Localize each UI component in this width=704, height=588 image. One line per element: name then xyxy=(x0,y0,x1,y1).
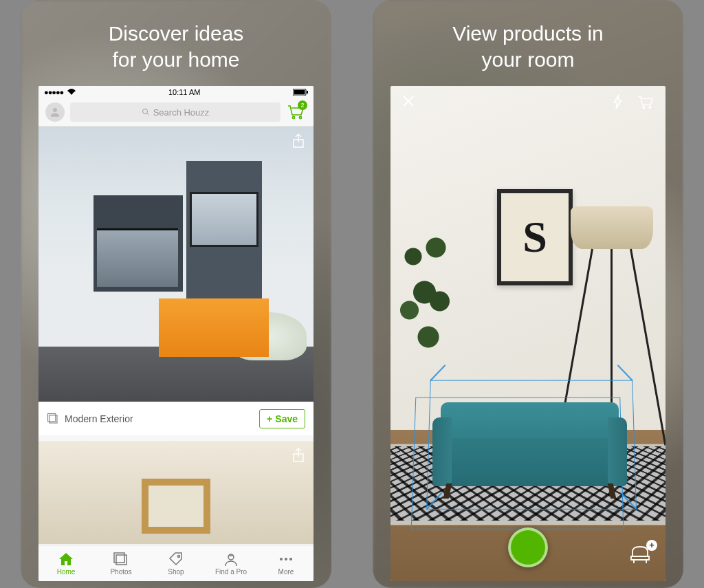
cart-icon[interactable] xyxy=(637,94,654,109)
capture-button[interactable] xyxy=(508,527,548,567)
svg-point-15 xyxy=(228,554,234,560)
tag-icon xyxy=(168,552,184,567)
card-image[interactable] xyxy=(38,127,314,402)
svg-point-3 xyxy=(53,108,57,112)
floor-lamp xyxy=(571,206,653,249)
ar-product-sofa[interactable] xyxy=(435,392,624,499)
promo-panel-discover: Discover ideasfor your home ●●●●● 10:11 … xyxy=(21,0,331,588)
svg-point-4 xyxy=(142,109,147,114)
wall-art: S xyxy=(497,189,573,285)
promo-panel-ar: View products inyour room S xyxy=(373,0,683,588)
tab-home[interactable]: Home xyxy=(38,545,94,581)
feed[interactable]: Modern Exterior + Save xyxy=(38,127,314,544)
svg-point-17 xyxy=(285,558,287,560)
battery-icon xyxy=(293,89,308,96)
tab-label: Photos xyxy=(110,568,131,576)
search-icon xyxy=(142,108,150,116)
save-label: Save xyxy=(275,413,298,424)
tab-label: Home xyxy=(57,568,76,576)
svg-line-5 xyxy=(146,113,148,116)
save-button[interactable]: + Save xyxy=(259,409,305,428)
cart-button[interactable]: 2 xyxy=(286,103,307,121)
search-input[interactable]: Search Houzz xyxy=(70,102,280,122)
status-time: 10:11 AM xyxy=(168,88,200,96)
cart-badge: 2 xyxy=(298,100,307,110)
tab-label: Find a Pro xyxy=(215,568,247,576)
share-icon[interactable] xyxy=(292,133,307,149)
svg-point-22 xyxy=(649,107,651,109)
svg-point-14 xyxy=(178,555,180,557)
svg-point-16 xyxy=(280,558,283,560)
svg-point-21 xyxy=(643,107,645,109)
home-icon xyxy=(58,552,74,567)
svg-point-18 xyxy=(289,558,292,560)
ar-camera-view: S xyxy=(390,86,666,581)
close-icon[interactable] xyxy=(402,94,415,109)
pro-icon xyxy=(223,552,239,567)
tab-more[interactable]: More xyxy=(258,545,314,581)
tab-label: More xyxy=(278,568,294,576)
tab-find-pro[interactable]: Find a Pro xyxy=(204,545,258,581)
card-image[interactable] xyxy=(38,441,314,544)
card-footer: Modern Exterior + Save xyxy=(38,402,314,435)
tab-bar: Home Photos Shop Find a Pro More xyxy=(38,545,314,581)
profile-avatar[interactable] xyxy=(45,102,65,122)
svg-point-6 xyxy=(292,116,294,118)
plant xyxy=(390,203,466,382)
app-header: Search Houzz 2 xyxy=(38,98,314,127)
panel-title: Discover ideasfor your home xyxy=(21,0,331,86)
svg-rect-2 xyxy=(307,91,308,94)
signal-icon: ●●●●● xyxy=(44,88,76,96)
card-title-row: Modern Exterior xyxy=(47,413,133,425)
tab-label: Shop xyxy=(168,568,184,576)
share-icon[interactable] xyxy=(292,448,307,463)
feed-card[interactable]: Modern Exterior + Save xyxy=(38,127,314,435)
flash-icon[interactable] xyxy=(612,94,624,109)
photos-icon xyxy=(113,552,129,567)
card-label: Modern Exterior xyxy=(65,413,133,424)
tab-photos[interactable]: Photos xyxy=(94,545,148,581)
search-placeholder: Search Houzz xyxy=(153,107,210,118)
feed-card[interactable] xyxy=(38,441,314,544)
plus-badge-icon: + xyxy=(646,540,657,551)
svg-point-7 xyxy=(299,116,301,118)
status-bar: ●●●●● 10:11 AM xyxy=(38,86,314,98)
more-icon xyxy=(278,552,294,567)
tab-shop[interactable]: Shop xyxy=(148,545,204,581)
panel-title: View products inyour room xyxy=(373,0,683,86)
svg-rect-1 xyxy=(294,90,305,95)
phone-screenshot: ●●●●● 10:11 AM Search Houzz 2 xyxy=(38,86,314,581)
add-furniture-button[interactable]: + xyxy=(628,544,652,565)
photo-stack-icon xyxy=(47,413,59,425)
ar-top-bar xyxy=(390,94,666,109)
plus-icon: + xyxy=(267,413,272,424)
